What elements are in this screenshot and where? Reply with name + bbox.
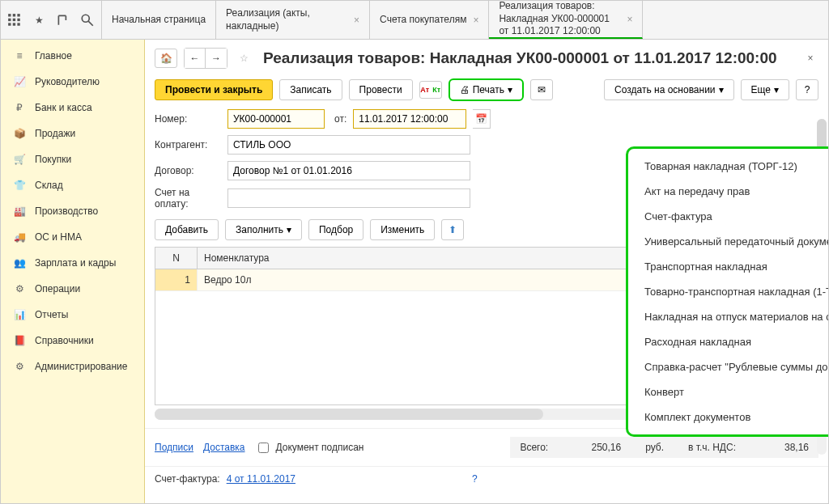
tab-current[interactable]: Реализация товаров: Накладная УК00-00000… [489,1,643,39]
svg-rect-2 [17,14,19,16]
content: 🏠 ← → ☆ Реализация товаров: Накладная УК… [145,40,828,503]
post-button[interactable]: Провести [349,79,413,100]
history-icon[interactable] [56,13,70,28]
number-input[interactable] [227,109,325,129]
edit-button[interactable]: Изменить [370,219,435,240]
fill-button[interactable]: Заполнить ▾ [225,219,302,240]
mail-button[interactable]: ✉ [530,79,553,100]
col-n[interactable]: N [155,248,198,269]
svg-rect-6 [8,23,11,25]
box-icon: 📦 [12,128,27,139]
bars-icon: 📊 [12,309,27,320]
invoice-input[interactable] [227,188,470,208]
sidebar-item-purchases[interactable]: 🛒Покупки [1,146,144,172]
print-button[interactable]: 🖨 Печать ▾ [449,78,524,101]
sidebar-item-operations[interactable]: ⚙Операции [1,276,144,302]
book-icon: 📕 [12,335,27,346]
close-button[interactable]: × [802,50,818,66]
svg-rect-3 [8,18,11,20]
sidebar-item-reports[interactable]: 📊Отчеты [1,302,144,328]
print-menu: Товарная накладная (ТОРГ-12) Акт на пере… [626,146,828,437]
sidebar-item-warehouse[interactable]: 👕Склад [1,172,144,198]
invoice-factura-link[interactable]: 4 от 11.01.2017 [227,473,295,485]
calendar-button[interactable]: 📅 [473,109,491,129]
sidebar-item-production[interactable]: 🏭Производство [1,198,144,224]
move-up-button[interactable]: ⬆ [441,219,464,240]
svg-line-10 [88,21,93,26]
more-button[interactable]: Еще ▾ [741,79,789,100]
col-nomenclature[interactable]: Номенклатура [198,248,680,269]
help-button[interactable]: ? [796,79,818,100]
date-input[interactable] [353,109,466,129]
people-icon: 👥 [12,257,27,269]
svg-rect-8 [17,23,19,25]
contract-label: Договор: [155,165,221,176]
signed-checkbox[interactable]: Документ подписан [255,440,364,455]
print-currency-ref[interactable]: Справка-расчет "Рублевые суммы документа… [628,354,828,379]
print-outgoing[interactable]: Расходная накладная [628,329,828,354]
invoice-label: Счет на оплату: [155,187,221,210]
search-icon[interactable] [80,13,95,28]
tab-invoices[interactable]: Счета покупателям× [370,1,489,39]
print-invoice-factura[interactable]: Счет-фактура [628,204,828,229]
print-rights-act[interactable]: Акт на передачу прав [628,179,828,204]
print-torg12[interactable]: Товарная накладная (ТОРГ-12) [628,154,828,179]
close-icon[interactable]: × [473,15,478,26]
factory-icon: 🏭 [12,205,27,217]
post-close-button[interactable]: Провести и закрыть [155,79,273,100]
sidebar-item-main[interactable]: ≡Главное [1,43,144,69]
counterparty-label: Контрагент: [155,139,221,150]
chart-icon: 📈 [12,76,27,87]
sidebar-item-sales[interactable]: 📦Продажи [1,121,144,146]
ruble-icon: ₽ [12,102,27,113]
number-label: Номер: [155,113,221,125]
truck-icon: 🚚 [12,231,27,243]
create-based-button[interactable]: Создать на основании ▾ [604,79,734,100]
svg-rect-1 [13,14,15,16]
sidebar-item-manager[interactable]: 📈Руководителю [1,69,144,95]
print-transport[interactable]: Транспортная накладная [628,254,828,279]
back-button[interactable]: ← [185,49,206,68]
close-icon[interactable]: × [627,14,632,25]
cart-icon: 🛒 [12,154,27,165]
delivery-link[interactable]: Доставка [203,442,245,453]
sidebar-item-assets[interactable]: 🚚ОС и НМА [1,224,144,250]
print-m15[interactable]: Накладная на отпуск материалов на сторон… [628,304,828,329]
totals-bar: Всего: 250,16 руб. в т.ч. НДС: 38,16 [510,437,818,458]
contract-input[interactable] [227,161,470,180]
apps-icon[interactable] [7,13,22,28]
home-button[interactable]: 🏠 [155,49,177,68]
dkt-button[interactable]: АтКт [419,81,442,99]
counterparty-input[interactable] [227,135,470,155]
gear-icon: ⚙ [12,361,27,372]
add-button[interactable]: Добавить [155,219,219,240]
menu-icon: ≡ [12,50,27,61]
shirt-icon: 👕 [12,180,27,191]
select-button[interactable]: Подбор [308,219,363,240]
signatures-link[interactable]: Подписи [155,442,193,453]
print-bundle[interactable]: Комплект документов [628,404,828,430]
sidebar-item-hr[interactable]: 👥Зарплата и кадры [1,250,144,276]
svg-rect-7 [13,23,15,25]
top-bar: ★ Начальная страница Реализация (акты, н… [1,1,828,40]
help-link[interactable]: ? [472,473,478,485]
favorite-button[interactable]: ☆ [234,49,253,68]
forward-button[interactable]: → [206,49,227,68]
sidebar: ≡Главное 📈Руководителю ₽Банк и касса 📦Пр… [1,40,145,503]
svg-point-9 [82,15,89,22]
tab-home[interactable]: Начальная страница [102,1,216,39]
sidebar-item-admin[interactable]: ⚙Администрирование [1,354,144,379]
star-icon[interactable]: ★ [32,13,46,28]
svg-rect-4 [13,18,15,20]
print-upd[interactable]: Универсальный передаточный документ (УПД… [628,229,828,254]
sidebar-item-refs[interactable]: 📕Справочники [1,328,144,354]
print-envelope[interactable]: Конверт [628,379,828,404]
print-ttn[interactable]: Товарно-транспортная накладная (1-Т) [628,279,828,304]
invoice-factura-label: Счет-фактура: [155,473,220,485]
close-icon[interactable]: × [354,15,359,26]
tab-sales[interactable]: Реализация (акты, накладные)× [216,1,370,39]
page-title: Реализация товаров: Накладная УК00-00000… [263,49,777,67]
ops-icon: ⚙ [12,283,27,294]
save-button[interactable]: Записать [279,79,342,100]
sidebar-item-bank[interactable]: ₽Банк и касса [1,95,144,121]
